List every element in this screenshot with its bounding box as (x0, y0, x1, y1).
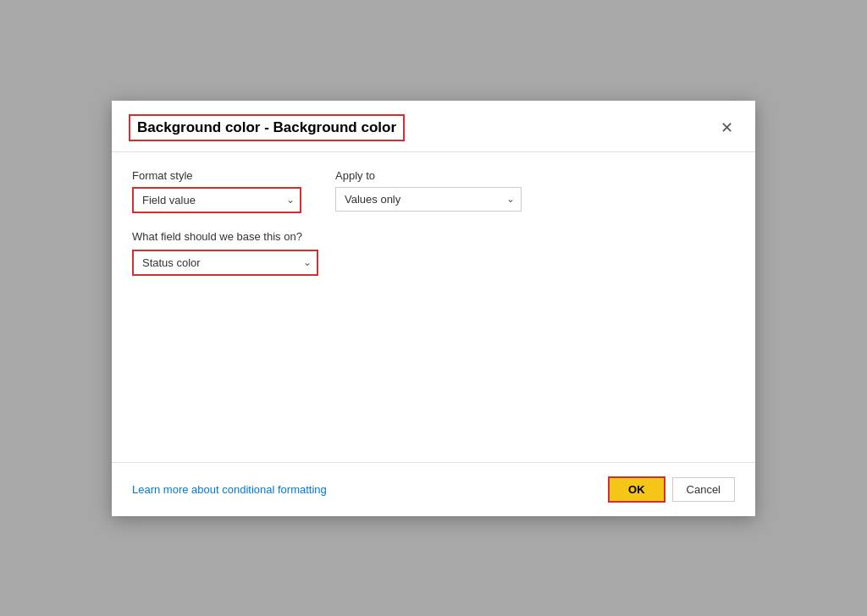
apply-to-label: Apply to (335, 169, 522, 182)
field-select-wrapper: Status color Sales Profit Category ⌄ (132, 250, 318, 276)
field-select[interactable]: Status color Sales Profit Category (132, 250, 318, 276)
dialog-title: Background color - Background color (129, 114, 405, 141)
apply-to-select[interactable]: Values only Values and totals Totals onl… (335, 187, 522, 212)
format-style-group: Format style Field value Color scale Rul… (132, 169, 301, 213)
format-style-label: Format style (132, 169, 301, 182)
footer-buttons: OK Cancel (608, 476, 735, 503)
field-question-label: What field should we base this on? (132, 230, 735, 243)
apply-to-group: Apply to Values only Values and totals T… (335, 169, 522, 213)
dialog-body: Format style Field value Color scale Rul… (112, 152, 755, 462)
field-select-section: What field should we base this on? Statu… (132, 230, 735, 276)
dialog-header: Background color - Background color ✕ (112, 101, 755, 152)
ok-button[interactable]: OK (608, 476, 665, 503)
format-style-select-wrapper: Field value Color scale Rules Gradient ⌄ (132, 187, 301, 213)
content-spacer (132, 276, 735, 445)
format-style-select[interactable]: Field value Color scale Rules Gradient (132, 187, 301, 213)
cancel-button[interactable]: Cancel (672, 477, 735, 502)
background-color-dialog: Background color - Background color ✕ Fo… (112, 101, 755, 516)
learn-more-link[interactable]: Learn more about conditional formatting (132, 483, 327, 496)
format-apply-row: Format style Field value Color scale Rul… (132, 169, 735, 213)
close-button[interactable]: ✕ (715, 118, 738, 137)
dialog-footer: Learn more about conditional formatting … (112, 462, 755, 516)
dialog-overlay: Background color - Background color ✕ Fo… (0, 0, 867, 616)
apply-to-select-wrapper: Values only Values and totals Totals onl… (335, 187, 522, 212)
